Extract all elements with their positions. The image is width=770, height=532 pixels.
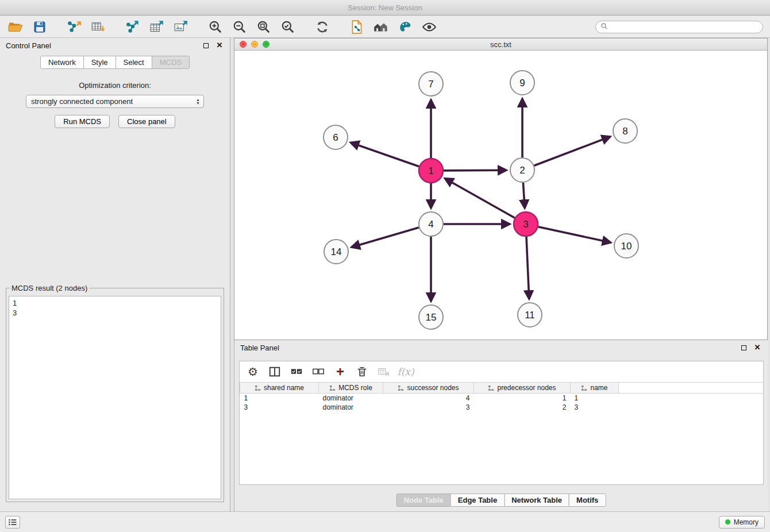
- table-cell[interactable]: 1: [474, 394, 571, 403]
- column-header-shared-name[interactable]: shared name: [240, 383, 319, 394]
- network-node-2[interactable]: 2: [510, 158, 534, 182]
- network-node-7[interactable]: 7: [419, 72, 443, 96]
- tab-motifs[interactable]: Motifs: [569, 494, 606, 507]
- table-row[interactable]: 1dominator411: [240, 394, 764, 403]
- table-cell[interactable]: dominator: [319, 403, 383, 412]
- memory-status-dot: [725, 519, 730, 525]
- select-all-columns-icon[interactable]: [289, 364, 304, 379]
- export-network-icon[interactable]: [124, 18, 141, 36]
- control-panel: Control Panel ✕ Network Style Select MCD…: [0, 38, 230, 511]
- memory-button[interactable]: Memory: [719, 516, 765, 529]
- table-cell[interactable]: 3: [240, 403, 319, 412]
- mcds-result-line: 1: [13, 298, 217, 308]
- svg-text:6: 6: [333, 132, 338, 143]
- tab-network-table[interactable]: Network Table: [504, 494, 569, 507]
- network-edge-1-2[interactable]: [444, 170, 506, 171]
- window-close-icon[interactable]: ×: [240, 41, 247, 48]
- network-node-6[interactable]: 6: [324, 125, 348, 149]
- table-cell[interactable]: 3: [383, 403, 474, 412]
- mcds-result-title: MCDS result (2 nodes): [10, 284, 89, 292]
- create-column-icon[interactable]: +: [333, 364, 348, 379]
- network-canvas[interactable]: 7968124314101511: [234, 51, 767, 340]
- table-panel-tabs: Node Table Edge Table Network Table Moti…: [396, 494, 606, 507]
- network-document-icon[interactable]: [348, 18, 365, 36]
- eye-icon[interactable]: [421, 18, 438, 36]
- network-edge-3-1[interactable]: [445, 179, 514, 218]
- save-session-icon[interactable]: [31, 18, 48, 36]
- network-node-1[interactable]: 1: [419, 159, 443, 183]
- network-edge-3-10[interactable]: [538, 227, 611, 242]
- network-node-9[interactable]: 9: [510, 71, 534, 95]
- homes-icon[interactable]: [372, 18, 390, 36]
- network-node-4[interactable]: 4: [419, 212, 443, 236]
- tab-mcds[interactable]: MCDS: [152, 56, 190, 69]
- zoom-selected-icon[interactable]: [279, 18, 297, 36]
- tab-style[interactable]: Style: [83, 56, 116, 69]
- gear-icon[interactable]: ⚙: [245, 364, 260, 379]
- tab-edge-table[interactable]: Edge Table: [451, 494, 505, 507]
- table-toolbar: ⚙ + f(x): [240, 361, 763, 382]
- zoom-in-icon[interactable]: [207, 18, 224, 36]
- import-network-icon[interactable]: [66, 18, 83, 36]
- unselect-all-columns-icon[interactable]: [311, 364, 326, 379]
- column-header-predecessor-nodes[interactable]: predecessor nodes: [474, 383, 571, 394]
- network-node-15[interactable]: 15: [419, 305, 443, 329]
- zoom-fit-icon[interactable]: [255, 18, 272, 36]
- table-cell[interactable]: 1: [571, 394, 619, 403]
- open-session-icon[interactable]: [7, 18, 24, 36]
- criterion-dropdown[interactable]: strongly connected component ▲▼: [26, 95, 204, 108]
- close-table-panel-icon[interactable]: ✕: [753, 343, 762, 352]
- float-panel-icon[interactable]: [201, 41, 210, 50]
- tab-network[interactable]: Network: [40, 56, 84, 69]
- criterion-value: strongly connected component: [31, 97, 196, 106]
- import-table-icon[interactable]: [90, 18, 107, 36]
- export-image-icon[interactable]: [172, 18, 190, 36]
- column-header-mcds-role[interactable]: MCDS role: [319, 383, 383, 394]
- tab-select[interactable]: Select: [116, 56, 152, 69]
- network-edge-2-3[interactable]: [523, 183, 525, 208]
- delete-columns-icon[interactable]: [355, 364, 369, 379]
- svg-text:3: 3: [523, 219, 528, 230]
- network-node-14[interactable]: 14: [324, 240, 348, 264]
- style-palette-icon[interactable]: [396, 18, 414, 36]
- export-table-icon[interactable]: [148, 18, 165, 36]
- search-input[interactable]: [611, 23, 758, 31]
- table-row[interactable]: 3dominator323: [240, 403, 764, 412]
- mcds-result-line: 3: [13, 308, 217, 318]
- network-node-8[interactable]: 8: [613, 119, 637, 143]
- run-mcds-button[interactable]: Run MCDS: [55, 115, 110, 128]
- table-cell[interactable]: dominator: [319, 394, 383, 403]
- table-panel: Table Panel ✕ ⚙ +: [234, 340, 768, 511]
- window-minimize-icon[interactable]: −: [251, 41, 258, 48]
- svg-text:2: 2: [519, 165, 525, 176]
- column-type-icon: [255, 385, 261, 391]
- table-cell[interactable]: 4: [383, 394, 474, 403]
- network-edge-3-11[interactable]: [526, 237, 529, 299]
- network-edge-4-14[interactable]: [352, 228, 419, 247]
- memory-label: Memory: [734, 518, 759, 526]
- mcds-buttons-row: Run MCDS Close panel: [0, 115, 230, 128]
- refresh-layout-icon[interactable]: [314, 18, 331, 36]
- float-table-panel-icon[interactable]: [739, 343, 748, 352]
- network-edge-1-6[interactable]: [351, 142, 419, 167]
- network-node-10[interactable]: 10: [614, 234, 638, 258]
- show-columns-icon[interactable]: [267, 364, 282, 379]
- status-bar: Memory: [0, 511, 770, 532]
- window-zoom-icon[interactable]: +: [263, 41, 270, 48]
- svg-text:8: 8: [622, 126, 627, 137]
- task-history-button[interactable]: [5, 516, 20, 529]
- table-cell[interactable]: 2: [474, 403, 571, 412]
- network-node-3[interactable]: 3: [514, 212, 538, 236]
- column-header-name[interactable]: name: [571, 383, 619, 394]
- tab-node-table[interactable]: Node Table: [396, 494, 451, 507]
- table-cell[interactable]: 1: [240, 394, 319, 403]
- control-panel-tabs: Network Style Select MCDS: [0, 56, 230, 69]
- table-cell[interactable]: 3: [571, 403, 619, 412]
- network-node-11[interactable]: 11: [518, 303, 542, 327]
- close-panel-button[interactable]: Close panel: [118, 115, 175, 128]
- zoom-out-icon[interactable]: [231, 18, 248, 36]
- close-panel-icon[interactable]: ✕: [215, 41, 224, 50]
- network-edge-2-8[interactable]: [534, 137, 610, 165]
- function-builder-icon-disabled: f(x): [398, 364, 413, 379]
- column-header-successor-nodes[interactable]: successor nodes: [383, 383, 474, 394]
